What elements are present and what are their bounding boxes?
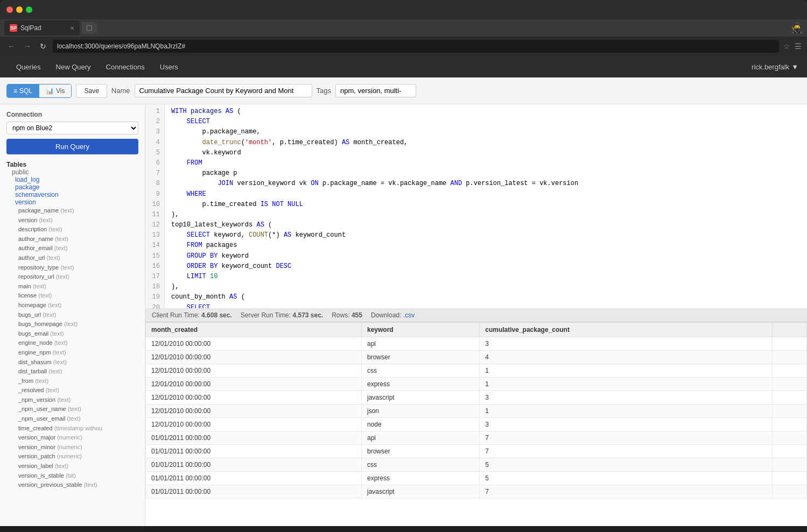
col-description: description (text) — [18, 225, 138, 235]
connection-section: Connection npm on Blue2 Run Query — [6, 111, 138, 154]
nav-users[interactable]: Users — [152, 56, 186, 77]
tab-close-button[interactable]: ✕ — [70, 25, 74, 31]
maximize-button[interactable] — [26, 6, 32, 13]
col-time-created: time_created (timestamp withou — [18, 424, 138, 434]
table-cell: 12/01/2010 00:00:00 — [146, 364, 362, 378]
col-npm-user-email: _npm_user_email (text) — [18, 414, 138, 424]
table-row: 12/01/2010 00:00:00json1 — [146, 405, 807, 418]
table-cell-empty — [772, 485, 806, 499]
browser-window: SP SqlPad ✕ □ 🥷 ← → ↻ ☆ ☰ Queries New Qu… — [0, 0, 807, 526]
browser-tab[interactable]: SP SqlPad ✕ — [4, 20, 80, 36]
table-load-log[interactable]: load_log — [15, 176, 138, 183]
tags-label: Tags — [317, 87, 331, 95]
save-button[interactable]: Save — [76, 84, 107, 98]
sql-icon: ≡ — [13, 87, 17, 95]
table-cell-empty — [772, 364, 806, 378]
table-cell: 12/01/2010 00:00:00 — [146, 378, 362, 391]
col-bugs-email: bugs_email (text) — [18, 329, 138, 339]
table-cell-empty — [772, 472, 806, 485]
connection-dropdown[interactable]: npm on Blue2 — [6, 122, 138, 134]
sql-tab-button[interactable]: ≡ SQL — [7, 84, 39, 97]
name-label: Name — [111, 87, 130, 95]
col-author-name: author_name (text) — [18, 235, 138, 244]
nav-connections[interactable]: Connections — [99, 56, 152, 77]
table-cell: 3 — [480, 418, 773, 431]
table-version[interactable]: version — [15, 198, 138, 206]
nav-new-query[interactable]: New Query — [48, 56, 99, 77]
table-cell: api — [361, 431, 479, 445]
table-cell-empty — [772, 378, 806, 391]
schema-name[interactable]: public — [12, 168, 138, 176]
download-csv-link[interactable]: .csv — [403, 311, 415, 319]
table-cell: 3 — [480, 337, 773, 351]
tab-bar: SP SqlPad ✕ □ 🥷 — [0, 19, 807, 37]
menu-icon[interactable]: ☰ — [795, 42, 802, 51]
server-run-time-value: 4.573 sec. — [292, 311, 323, 319]
table-cell-empty — [772, 351, 806, 364]
col-header-cumulative[interactable]: cumulative_package_count — [480, 323, 773, 337]
browser-titlebar — [0, 0, 807, 19]
col-homepage: homepage (text) — [18, 301, 138, 310]
tags-input[interactable] — [335, 84, 416, 97]
table-cell: javascript — [361, 391, 479, 405]
table-schemaversion[interactable]: schemaversion — [15, 191, 138, 198]
col-dist-tarball: dist_tarball (text) — [18, 367, 138, 377]
new-tab-button[interactable]: □ — [82, 22, 97, 34]
server-run-time-label: Server Run Time: 4.573 sec. — [241, 311, 323, 319]
vis-tab-button[interactable]: 📊 Vis — [39, 84, 71, 97]
results-table-wrapper: month_created keyword cumulative_package… — [145, 322, 807, 526]
traffic-lights — [6, 6, 32, 13]
table-cell: browser — [361, 351, 479, 364]
tables-section: Tables public load_log package schemaver… — [6, 161, 138, 490]
tables-header: Tables — [6, 161, 138, 168]
col-header-month-created[interactable]: month_created — [146, 323, 362, 337]
table-cell: 1 — [480, 364, 773, 378]
col-main: main (text) — [18, 282, 138, 292]
nav-queries[interactable]: Queries — [9, 56, 48, 77]
run-query-button[interactable]: Run Query — [6, 139, 138, 154]
col-npm-version: _npm_version (text) — [18, 395, 138, 405]
table-cell: 01/01/2011 00:00:00 — [146, 458, 362, 472]
col-version-minor: version_minor (numeric) — [18, 443, 138, 452]
table-package[interactable]: package — [15, 183, 138, 191]
table-cell: 1 — [480, 378, 773, 391]
table-header-row: month_created keyword cumulative_package… — [146, 323, 807, 337]
bookmark-icon[interactable]: ☆ — [783, 42, 790, 51]
table-cell-empty — [772, 391, 806, 405]
forward-button[interactable]: → — [22, 41, 33, 52]
query-name-input[interactable] — [135, 84, 312, 97]
col-license: license (text) — [18, 291, 138, 301]
table-cell-empty — [772, 431, 806, 445]
close-button[interactable] — [6, 6, 13, 13]
sql-tab-label: SQL — [19, 87, 32, 95]
col-dist-shasum: dist_shasum (text) — [18, 358, 138, 367]
col-from: _from (text) — [18, 377, 138, 386]
table-cell: 5 — [480, 472, 773, 485]
url-input[interactable] — [53, 40, 779, 53]
table-cell: 12/01/2010 00:00:00 — [146, 391, 362, 405]
table-cell-empty — [772, 405, 806, 418]
user-dropdown-icon[interactable]: ▼ — [791, 63, 798, 71]
col-version: version (text) — [18, 216, 138, 225]
table-row: 01/01/2011 00:00:00javascript7 — [146, 485, 807, 499]
view-toggle: ≡ SQL 📊 Vis — [6, 84, 72, 98]
table-cell: css — [361, 458, 479, 472]
table-cell: 12/01/2010 00:00:00 — [146, 337, 362, 351]
code-editor[interactable]: 1 2 3 4 5 6 7 8 9 10 11 12 13 14 — [145, 104, 807, 309]
tab-label: SqlPad — [20, 24, 41, 32]
back-button[interactable]: ← — [5, 41, 17, 52]
table-cell: 7 — [480, 445, 773, 458]
main-content: Connection npm on Blue2 Run Query Tables… — [0, 104, 807, 526]
table-row: 01/01/2011 00:00:00browser7 — [146, 445, 807, 458]
code-content[interactable]: WITH packages AS ( SELECT p.package_name… — [165, 104, 807, 308]
col-package-name: package_name (text) — [18, 206, 138, 216]
col-header-keyword[interactable]: keyword — [361, 323, 479, 337]
table-cell: css — [361, 364, 479, 378]
col-version-prev-stable: version_previous_stable (text) — [18, 480, 138, 490]
minimize-button[interactable] — [16, 6, 23, 13]
reload-button[interactable]: ↻ — [38, 41, 48, 52]
user-avatar[interactable]: 🥷 — [791, 22, 803, 34]
table-cell: 7 — [480, 431, 773, 445]
table-cell: 01/01/2011 00:00:00 — [146, 445, 362, 458]
col-version-label: version_label (text) — [18, 462, 138, 471]
